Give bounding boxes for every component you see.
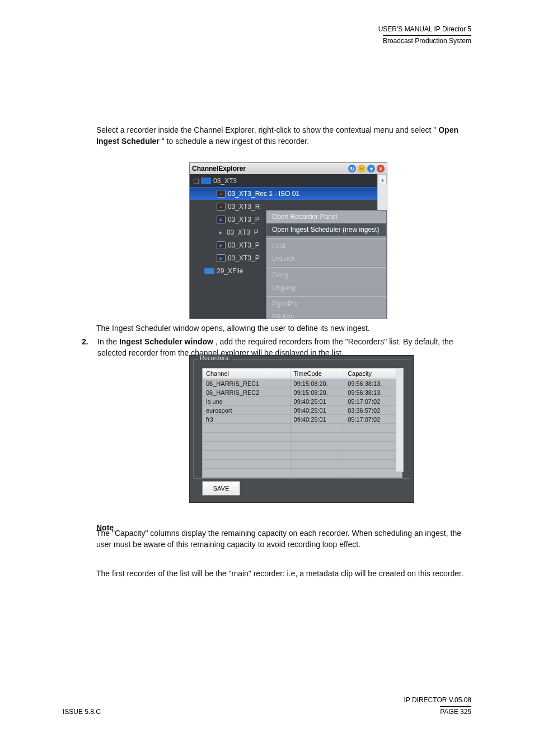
close-icon[interactable]: × <box>377 165 385 172</box>
recorders-table: Channel TimeCode Capacity 06_HARRIS_REC1… <box>202 368 402 478</box>
table-row <box>203 433 402 442</box>
table-row[interactable]: la une 09:40:25:01 05:17:07:02 <box>203 397 402 406</box>
table-row <box>203 469 402 478</box>
footer-right: IP DIRECTOR V.05.08 PAGE 325 <box>404 696 471 716</box>
context-menu: Open Recorder Panel Open Ingest Schedule… <box>266 210 387 319</box>
step-number: 2. <box>82 336 97 347</box>
channel-tree: ▴ ▢ 03_XT3 ● 03_XT3_Rec 1 - ISO 01 ● 03_… <box>190 174 387 319</box>
col-timecode[interactable]: TimeCode <box>291 368 345 379</box>
channel-explorer-titlebar: ChannelExplorer ↻ – ▾ × <box>190 163 387 174</box>
table-row[interactable]: 06_HARRIS_REC2 09:15:08:20. 09:56:38:13. <box>203 388 402 397</box>
ctx-open-recorder-panel[interactable]: Open Recorder Panel <box>266 211 386 223</box>
tree-item-label: 03_XT3_Rec 1 - ISO 01 <box>228 190 299 198</box>
recorders-header: Channel TimeCode Capacity <box>203 368 402 379</box>
device-icon <box>201 178 211 184</box>
table-row <box>203 442 402 451</box>
recorders-legend: Recorders: <box>198 354 232 361</box>
tree-root[interactable]: ▢ 03_XT3 <box>190 174 387 187</box>
col-capacity[interactable]: Capacity <box>344 368 402 379</box>
ctx-separator <box>266 267 386 268</box>
intro-paragraph: Select a recorder inside the Channel Exp… <box>96 124 474 147</box>
note-1: The "Capacity" columns display the remai… <box>96 528 474 550</box>
tree-item-label: 29_XFile <box>217 267 243 275</box>
play-icon: ▶ <box>217 229 224 236</box>
ctx-pgmprv[interactable]: Pgm/Prv <box>266 298 386 311</box>
tree-root-label: 03_XT3 <box>213 177 237 185</box>
tree-item-label: 03_XT3_R <box>228 203 260 211</box>
ctx-gang[interactable]: Gang <box>266 269 386 282</box>
play-icon: ▶ <box>217 254 226 262</box>
header-line2: Broadcast Production System <box>383 35 471 45</box>
table-row[interactable]: 06_HARRIS_REC1 09:15:08:20. 09:56:38:13. <box>203 379 402 388</box>
tree-item-label: 03_XT3_P <box>227 228 259 236</box>
after-ce-text: The Ingest Scheduler window opens, allow… <box>96 323 474 334</box>
footer-right-top: IP DIRECTOR V.05.08 <box>404 696 471 704</box>
channel-explorer-screenshot: ChannelExplorer ↻ – ▾ × ▴ ▢ 03_XT3 ● 03_… <box>189 162 387 319</box>
table-row <box>203 460 402 469</box>
page-header: USER'S MANUAL IP Director 5 Broadcast Pr… <box>378 25 471 45</box>
table-row <box>203 451 402 460</box>
minimize-icon[interactable]: – <box>358 165 366 172</box>
play-icon: ▶ <box>217 241 226 249</box>
note-2: The first recorder of the list will be t… <box>96 568 474 579</box>
tree-item-label: 03_XT3_P <box>228 241 260 249</box>
record-icon: ● <box>217 190 226 198</box>
footer-left: ISSUE 5.8.C <box>63 708 101 716</box>
expand-icon[interactable]: ▢ <box>193 177 199 185</box>
recorders-panel: Recorders: Channel TimeCode Capacity 06_… <box>189 355 414 503</box>
ctx-lock[interactable]: Lock <box>266 240 386 253</box>
recorders-scrollbar[interactable] <box>396 368 404 472</box>
ctx-separator <box>266 296 386 297</box>
ctx-fillkey[interactable]: Fill Key <box>266 311 386 319</box>
recorders-rows: 06_HARRIS_REC1 09:15:08:20. 09:56:38:13.… <box>203 379 402 478</box>
tree-item-selected[interactable]: ● 03_XT3_Rec 1 - ISO 01 <box>190 187 387 200</box>
page-footer: ISSUE 5.8.C IP DIRECTOR V.05.08 PAGE 325 <box>63 696 471 716</box>
table-row[interactable]: eurosport 09:40:25:01 03:36:57:02 <box>203 406 402 415</box>
ctx-open-ingest-scheduler[interactable]: Open Ingest Scheduler (new ingest) <box>266 223 386 236</box>
tree-item-label: 03_XT3_P <box>228 216 260 223</box>
titlebar-buttons: ↻ – ▾ × <box>348 165 385 172</box>
save-button[interactable]: SAVE <box>202 481 240 496</box>
refresh-icon[interactable]: ↻ <box>348 165 356 172</box>
play-icon: ▶ <box>217 216 226 223</box>
channel-explorer-title: ChannelExplorer <box>192 165 246 172</box>
header-line1: USER'S MANUAL IP Director 5 <box>378 25 471 33</box>
scroll-up-icon[interactable]: ▴ <box>378 174 387 184</box>
col-channel[interactable]: Channel <box>203 368 291 379</box>
record-icon: ● <box>217 203 226 211</box>
ctx-unlock[interactable]: UnLock <box>266 253 386 265</box>
footer-page-number: PAGE 325 <box>440 706 471 716</box>
tape-icon <box>204 268 214 274</box>
ctx-separator <box>266 237 386 239</box>
table-row[interactable]: fr3 09:40:25:01 05:17:07:02 <box>203 415 402 424</box>
table-row <box>203 424 402 433</box>
tree-item-label: 03_XT3_P <box>228 254 260 262</box>
collapse-icon[interactable]: ▾ <box>367 165 375 172</box>
ctx-ungang[interactable]: Ungang <box>266 282 386 295</box>
